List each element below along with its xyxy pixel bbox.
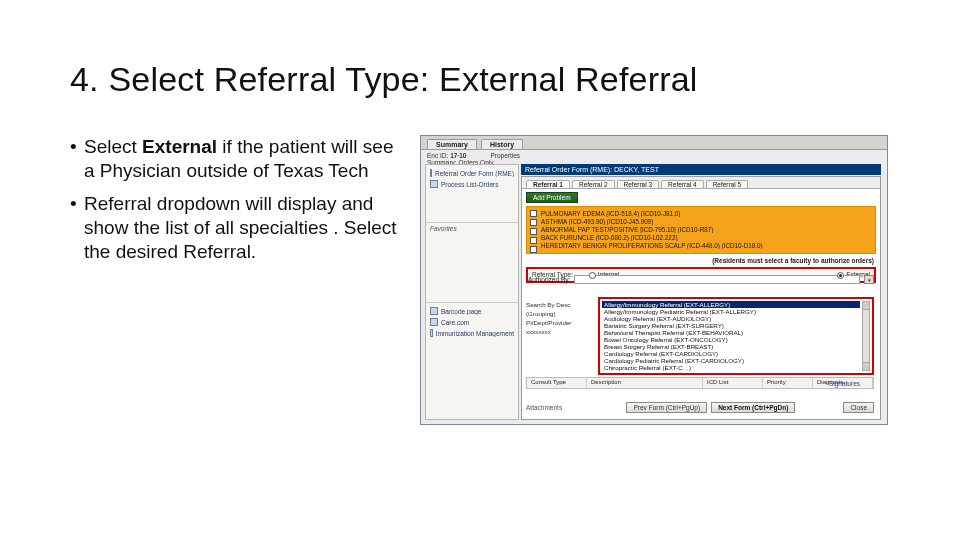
- prev-form-button[interactable]: Prev Form (Ctrl+PgUp): [626, 402, 707, 413]
- provider-label: PI/Dept/Provider: [526, 319, 596, 326]
- scrollbar[interactable]: [862, 301, 870, 371]
- left-item-process-orders[interactable]: Process List-Orders: [430, 180, 514, 188]
- problem-item[interactable]: PULMONARY EDEMA (ICD-518.4) (ICD10-J81.0…: [541, 210, 871, 217]
- bullet-1: Select External if the patient will see …: [84, 135, 400, 184]
- tab-summary[interactable]: Summary: [427, 139, 477, 149]
- list-item[interactable]: Bariatric Surgery Referral (EXT-SURGERY): [602, 322, 860, 329]
- problem-item[interactable]: ABNORMAL PAP TEST/POSITIVE [ICD-795.10] …: [541, 226, 871, 233]
- authorized-by-label: Authorized By:: [528, 276, 570, 283]
- list-item[interactable]: Cardiology Pediatric Referral (EXT-CARDI…: [602, 357, 860, 364]
- doc-icon: [430, 307, 438, 315]
- favorites-label: Favorites: [426, 223, 518, 234]
- authorized-by-dropdown-icon[interactable]: ▾: [864, 275, 874, 284]
- problem-checkbox[interactable]: [530, 246, 537, 253]
- tab-referral-5[interactable]: Referral 5: [706, 180, 749, 188]
- problem-item[interactable]: BACK FURUNCLE (ICD-680.2) (ICD10-L02.222…: [541, 234, 871, 241]
- slide-title: 4. Select Referral Type: External Referr…: [70, 60, 890, 99]
- problem-item[interactable]: HEREDITARY BENIGN PROLIFERATIONS SCALP (…: [541, 242, 871, 249]
- problem-checkbox[interactable]: [530, 237, 537, 244]
- problem-item[interactable]: ASTHMA (ICD-493.90) (ICD10-J45.909): [541, 218, 871, 225]
- referral-listbox[interactable]: Allergy/Immunology Referral (EXT-ALLERGY…: [598, 297, 874, 375]
- doc-icon: [430, 329, 433, 337]
- search-by-label: Search By Desc: [526, 301, 596, 308]
- tab-referral-1[interactable]: Referral 1: [526, 180, 570, 188]
- problem-checkbox[interactable]: [530, 219, 537, 226]
- tab-referral-4[interactable]: Referral 4: [661, 180, 704, 188]
- left-item-barcode[interactable]: Barcode page: [430, 307, 514, 315]
- bullet-2: Referral dropdown will display and show …: [84, 192, 400, 265]
- list-item[interactable]: Behavioral Therapist Referral (EXT-BEHAV…: [602, 329, 860, 336]
- problem-checkbox[interactable]: [530, 210, 537, 217]
- app-screenshot: Summary History Enc ID: 17·10 Properties…: [420, 135, 888, 425]
- left-item-immunization[interactable]: Immunization Management: [430, 329, 514, 337]
- resident-note: (Residents must select a faculty to auth…: [522, 257, 874, 264]
- problem-list: PULMONARY EDEMA (ICD-518.4) (ICD10-J81.0…: [526, 206, 876, 254]
- list-item[interactable]: Cardiology Referral (EXT-CARDIOLOGY): [602, 350, 860, 357]
- form-icon: [430, 169, 432, 177]
- code-label: xxxxxxxx: [526, 328, 596, 335]
- close-button[interactable]: Close: [843, 402, 874, 413]
- left-panel: Referral Order Form (RME) Process List-O…: [425, 164, 519, 420]
- signatures-link[interactable]: Signatures: [829, 380, 860, 387]
- result-grid-header: Consult Type Description ICD List Priori…: [526, 377, 874, 389]
- form-title-bar: Referral Order Form (RME): DECKY, TEST: [521, 164, 881, 175]
- referral-tabs: Referral 1 Referral 2 Referral 3 Referra…: [522, 177, 880, 189]
- list-icon: [430, 180, 438, 188]
- tab-referral-2[interactable]: Referral 2: [572, 180, 615, 188]
- list-item[interactable]: Chiropractic Referral (EXT-C…): [602, 364, 860, 371]
- problem-checkbox[interactable]: [530, 228, 537, 235]
- list-item[interactable]: Breast Surgery Referral (EXT-BREAST): [602, 343, 860, 350]
- next-form-button[interactable]: Next Form (Ctrl+PgDn): [711, 402, 795, 413]
- doc-icon: [430, 318, 438, 326]
- add-problem-button[interactable]: Add Problem: [526, 192, 578, 203]
- list-item[interactable]: Allergy/Immunology Pediatric Referral (E…: [602, 308, 860, 315]
- left-item-referral-form[interactable]: Referral Order Form (RME): [430, 169, 514, 177]
- authorized-by-input[interactable]: [574, 275, 860, 284]
- grouping-label: (Grouping): [526, 310, 596, 317]
- list-item[interactable]: Bowel Oncology Referral (EXT-ONCOLOGY): [602, 336, 860, 343]
- list-item[interactable]: Allergy/Immunology Referral (EXT-ALLERGY…: [602, 301, 860, 308]
- bullet-list: • Select External if the patient will se…: [70, 135, 400, 273]
- list-item[interactable]: Audiology Referral (EXT-AUDIOLOGY): [602, 315, 860, 322]
- form-panel: Referral 1 Referral 2 Referral 3 Referra…: [521, 176, 881, 420]
- tab-referral-3[interactable]: Referral 3: [617, 180, 660, 188]
- attachments-label: Attachments: [526, 404, 562, 411]
- tab-history[interactable]: History: [481, 139, 523, 149]
- left-item-carecom[interactable]: Care.com: [430, 318, 514, 326]
